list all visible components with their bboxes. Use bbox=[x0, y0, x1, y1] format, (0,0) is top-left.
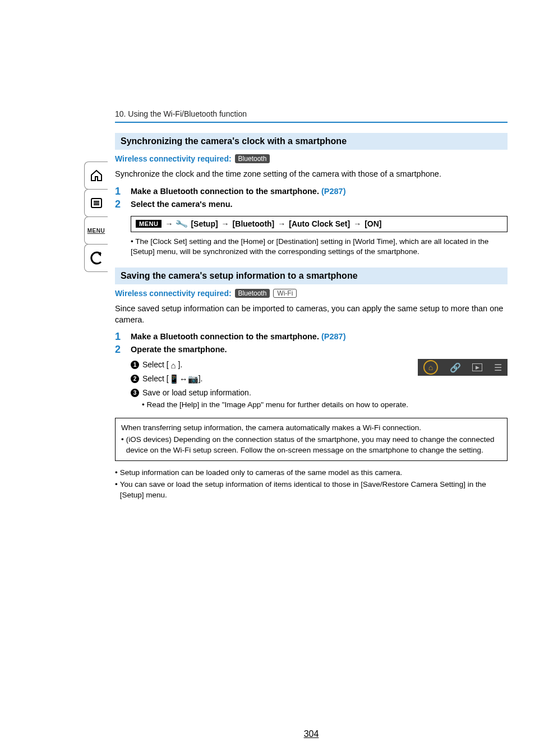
home-tab[interactable] bbox=[84, 162, 108, 190]
arrow-icon: → bbox=[222, 219, 229, 228]
s1-step2: 2 Select the camera's menu. bbox=[115, 199, 508, 210]
app-toolbar: ⌂ 🔗 ▶ ☰ bbox=[418, 359, 508, 376]
app-remote-icon: 🔗 bbox=[450, 362, 461, 373]
foot-1: •Setup information can be loaded only to… bbox=[115, 468, 508, 478]
step-number-1b: 1 bbox=[115, 331, 123, 343]
foot-2: •You can save or load the setup informat… bbox=[115, 480, 508, 501]
path-on: [ON] bbox=[365, 219, 381, 228]
s1-bullet: • The [Clock Set] setting and the [Home]… bbox=[131, 237, 508, 258]
arrow-icon: → bbox=[278, 219, 285, 228]
substep-3-bullet: • Read the [Help] in the "Image App" men… bbox=[142, 400, 508, 411]
step-number-2b: 2 bbox=[115, 344, 123, 356]
s2-step2: 2 Operate the smartphone. bbox=[115, 344, 508, 356]
note-line2: •(iOS devices) Depending on the connecti… bbox=[121, 435, 501, 456]
arrow-icon: → bbox=[165, 219, 173, 228]
wireless-required-1: Wireless connectivity required: Bluetoot… bbox=[115, 154, 508, 163]
chapter-title: 10. Using the Wi-Fi/Bluetooth function bbox=[115, 109, 508, 118]
menu-badge: MENU bbox=[136, 220, 162, 228]
wrench-icon: 🔧 bbox=[175, 217, 189, 231]
app-play-icon: ▶ bbox=[472, 363, 482, 371]
wireless-label-1: Wireless connectivity required: bbox=[115, 154, 232, 163]
note-box: When transferring setup information, the… bbox=[115, 418, 508, 461]
wireless-label-2: Wireless connectivity required: bbox=[115, 289, 232, 298]
bluetooth-badge: Bluetooth bbox=[235, 154, 270, 163]
s1-step2-text: Select the camera's menu. bbox=[131, 199, 233, 210]
link-p287-1[interactable]: (P287) bbox=[321, 187, 346, 196]
bluetooth-badge-2: Bluetooth bbox=[235, 289, 270, 298]
arrow-icon: → bbox=[353, 219, 361, 228]
s2-step1-text: Make a Bluetooth connection to the smart… bbox=[131, 331, 346, 343]
menu-tab-label: MENU bbox=[87, 228, 105, 234]
section2-intro: Since saved setup information can be imp… bbox=[115, 303, 508, 325]
path-bluetooth: [Bluetooth] bbox=[233, 219, 275, 228]
footer-bullets: •Setup information can be loaded only to… bbox=[115, 468, 508, 501]
contents-tab[interactable] bbox=[84, 189, 108, 217]
page-number[interactable]: 304 bbox=[115, 729, 508, 739]
back-tab[interactable] bbox=[84, 244, 108, 272]
section1-heading: Synchronizing the camera's clock with a … bbox=[115, 133, 508, 150]
note-line1: When transferring setup information, the… bbox=[121, 423, 501, 434]
phone-camera-icon: 📱↔📷 bbox=[169, 373, 199, 386]
s1-step1: 1 Make a Bluetooth connection to the sma… bbox=[115, 186, 508, 197]
substep-3: 3Save or load setup information. bbox=[131, 387, 508, 399]
s1-step1-text: Make a Bluetooth connection to the smart… bbox=[131, 186, 346, 197]
menu-tab[interactable]: MENU bbox=[84, 216, 108, 245]
list-icon bbox=[90, 196, 103, 210]
section2-heading: Saving the camera's setup information to… bbox=[115, 268, 508, 284]
path-autoclock: [Auto Clock Set] bbox=[289, 219, 350, 228]
circled-1-icon: 1 bbox=[131, 361, 139, 369]
home-outline-icon: ⌂ bbox=[171, 359, 176, 372]
s2-step1: 1 Make a Bluetooth connection to the sma… bbox=[115, 331, 508, 343]
menu-path-box: MENU → 🔧 [Setup] → [Bluetooth] → [Auto C… bbox=[131, 216, 508, 232]
back-icon bbox=[90, 251, 103, 265]
step-number-2: 2 bbox=[115, 199, 123, 210]
circled-3-icon: 3 bbox=[131, 389, 139, 397]
step-number-1: 1 bbox=[115, 186, 123, 197]
wifi-badge: Wi-Fi bbox=[273, 289, 297, 298]
divider bbox=[115, 122, 508, 123]
section1-intro: Synchronize the clock and the time zone … bbox=[115, 169, 508, 180]
sidebar-nav: MENU bbox=[84, 162, 108, 271]
home-icon bbox=[90, 169, 103, 182]
substep-wrapper: 1Select [ ⌂ ]. 2Select [📱↔📷]. 3Save or l… bbox=[115, 359, 508, 410]
path-setup: [Setup] bbox=[191, 219, 218, 228]
s2-step2-text: Operate the smartphone. bbox=[131, 344, 227, 356]
circled-2-icon: 2 bbox=[131, 375, 139, 383]
link-p287-2[interactable]: (P287) bbox=[321, 332, 346, 341]
app-home-icon: ⌂ bbox=[423, 360, 438, 375]
wireless-required-2: Wireless connectivity required: Bluetoot… bbox=[115, 289, 508, 298]
app-menu-icon: ☰ bbox=[494, 362, 502, 373]
